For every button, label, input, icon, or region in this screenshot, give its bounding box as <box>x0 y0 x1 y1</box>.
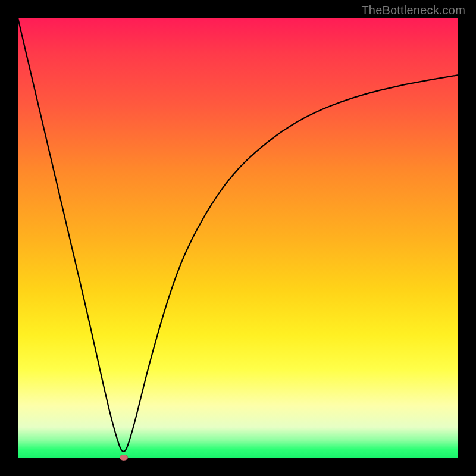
bottleneck-curve <box>18 18 458 458</box>
plot-area <box>18 18 458 458</box>
optimal-marker <box>120 455 128 461</box>
watermark-text: TheBottleneck.com <box>361 4 465 17</box>
curve-path <box>18 18 458 452</box>
chart-frame: TheBottleneck.com <box>0 0 476 476</box>
